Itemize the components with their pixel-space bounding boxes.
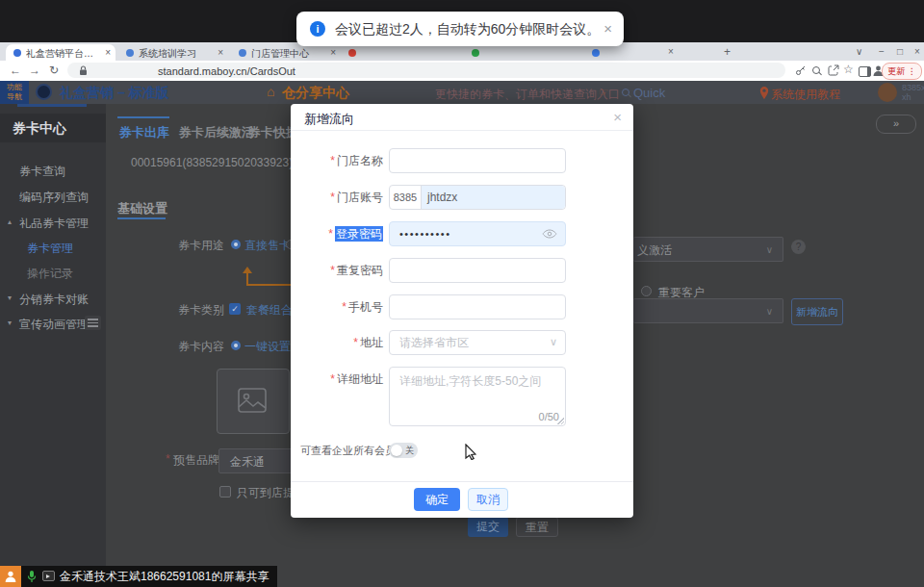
flow-select[interactable]: ∨ xyxy=(633,298,783,323)
sidebar-item-label: 宣传动画管理 xyxy=(19,318,89,331)
tab-card-outbound[interactable]: 券卡出库 xyxy=(119,124,169,141)
radio-one-click-setup-label[interactable]: 一键设置 xyxy=(244,339,291,355)
help-icon[interactable]: ? xyxy=(791,240,806,254)
update-label: 更新 xyxy=(887,66,905,76)
sidebar-item-card-mgmt[interactable]: 券卡管理 xyxy=(27,241,73,257)
tab-card-followup-activate[interactable]: 券卡后续激活 xyxy=(179,124,254,141)
repeat-password-input[interactable] xyxy=(389,258,566,283)
tab-close-icon[interactable]: × xyxy=(668,46,674,57)
key-icon[interactable] xyxy=(795,64,807,76)
resize-grip-icon[interactable] xyxy=(557,418,564,424)
window-close-icon[interactable]: × xyxy=(914,46,920,57)
bookmark-star-icon[interactable]: ☆ xyxy=(843,63,854,76)
app-brand-title: 礼盒营销 – 标准版 xyxy=(60,85,169,102)
char-counter: 0/50 xyxy=(539,411,559,422)
store-account-input[interactable]: 8385 jhtdzx xyxy=(389,185,566,210)
lock-icon xyxy=(79,65,88,76)
radio-one-click-setup[interactable] xyxy=(231,341,241,350)
nav-toggle-button[interactable]: 功能 导航 xyxy=(0,81,29,104)
switch-state-label: 关 xyxy=(405,445,414,456)
sidebar-item-code-sequence-query[interactable]: 编码序列查询 xyxy=(19,190,89,206)
address-textarea[interactable]: 详细地址,字符长度5-50之间 0/50 xyxy=(389,367,566,426)
share-center-link[interactable]: 仓分享中心 xyxy=(282,85,349,102)
active-tab-indicator xyxy=(117,116,169,118)
tab-close-icon[interactable]: × xyxy=(105,47,111,58)
tab-favicon[interactable] xyxy=(348,49,356,57)
chrome-update-button[interactable]: 更新 ⋮ xyxy=(882,63,922,80)
password-label: *登录密码 xyxy=(300,221,383,246)
sidebar-item-gift-card-mgmt[interactable]: ▴ 礼品券卡管理 xyxy=(19,216,89,232)
mic-icon xyxy=(27,570,37,583)
toast-close-icon[interactable]: × xyxy=(603,20,612,37)
quick-search-icon[interactable] xyxy=(622,89,629,96)
store-account-label: *门店账号 xyxy=(300,185,383,210)
new-tab-button[interactable]: + xyxy=(724,45,731,59)
tab-title: 礼盒营销平台管理中心 xyxy=(26,47,101,61)
zoom-icon[interactable] xyxy=(812,66,820,74)
region-placeholder: 请选择省市区 xyxy=(390,331,565,354)
address-bar[interactable]: standard.maboy.cn/CardsOut xyxy=(67,63,785,78)
submit-button[interactable]: 提交 xyxy=(468,517,508,537)
repeat-password-label: *重复密码 xyxy=(300,258,383,283)
checkbox-combo-card[interactable]: ✓ xyxy=(229,303,241,315)
tab-favicon[interactable] xyxy=(472,49,479,57)
sidebar-item-distribution-reconcile[interactable]: ▾ 分销券卡对账 xyxy=(19,292,89,308)
switch-knob xyxy=(391,445,402,456)
confirm-button[interactable]: 确定 xyxy=(414,488,460,511)
add-flow-button[interactable]: 新增流向 xyxy=(791,298,843,325)
region-select[interactable]: 请选择省市区 ∨ xyxy=(389,330,566,355)
modal-close-icon[interactable]: × xyxy=(613,109,622,125)
flow-arrow-line xyxy=(246,284,291,286)
collapse-panel-button[interactable]: » xyxy=(876,115,916,134)
tutorial-link[interactable]: 系统使用教程 xyxy=(771,87,840,103)
eye-icon[interactable] xyxy=(542,229,557,239)
browser-tab-active[interactable]: 礼盒营销平台管理中心 × xyxy=(6,44,116,61)
required-mark: * xyxy=(353,336,358,349)
reset-button[interactable]: 重置 xyxy=(516,517,558,537)
section-tab-basic-settings[interactable]: 基础设置 xyxy=(117,200,167,217)
phone-label: *手机号 xyxy=(300,294,383,319)
store-name-input[interactable] xyxy=(389,148,566,173)
phone-input[interactable] xyxy=(389,294,566,319)
cancel-button[interactable]: 取消 xyxy=(468,488,508,511)
mouse-cursor xyxy=(465,444,476,460)
checkbox-store-pickup-only[interactable] xyxy=(219,486,231,498)
tab-close-icon[interactable]: × xyxy=(330,47,336,58)
browser-toolbar: ← → ↻ standard.maboy.cn/CardsOut ☆ 更新 ⋮ xyxy=(0,61,924,82)
quick-search-label[interactable]: Quick xyxy=(633,86,665,100)
app-header: 功能 导航 礼盒营销 – 标准版 ⌂ 仓分享中心 更快捷的券卡、订单和快递查询入… xyxy=(0,81,924,104)
activation-mode-select[interactable]: 义激活 ∨ xyxy=(633,237,783,262)
reload-icon[interactable]: ↻ xyxy=(49,64,59,77)
card-content-label: 券卡内容 xyxy=(178,339,224,355)
tab-close-icon[interactable]: × xyxy=(218,47,223,58)
sidebar-item-card-query[interactable]: 券卡查询 xyxy=(19,164,65,180)
member-toggle-switch[interactable]: 关 xyxy=(389,443,418,458)
image-upload-placeholder[interactable] xyxy=(217,369,290,434)
user-avatar[interactable] xyxy=(878,83,897,102)
browser-tab[interactable]: 系统培训学习 × xyxy=(118,44,228,61)
side-panel-icon[interactable] xyxy=(859,66,871,77)
promo-text: 更快捷的券卡、订单和快递查询入口 xyxy=(435,87,620,103)
sidebar-item-operation-log[interactable]: 操作记录 xyxy=(27,266,73,282)
expand-arrow-icon: ▴ xyxy=(8,217,12,226)
sidebar-collapse-icon[interactable] xyxy=(85,316,101,330)
forward-icon[interactable]: → xyxy=(29,64,40,77)
radio-direct-sale[interactable] xyxy=(231,240,241,249)
tab-favicon[interactable] xyxy=(592,49,600,57)
browser-tab[interactable]: 门店管理中心 × xyxy=(231,44,341,61)
user-name-line: xh xyxy=(902,92,924,102)
card-usage-label: 券卡用途 xyxy=(178,238,224,254)
radio-vip-customer[interactable] xyxy=(641,286,652,296)
share-icon[interactable] xyxy=(828,64,839,76)
back-icon[interactable]: ← xyxy=(10,64,21,77)
sidebar-item-promo-animation[interactable]: ▾ 宣传动画管理 xyxy=(19,317,89,333)
window-menu-icon[interactable]: ∨ xyxy=(856,46,862,57)
tab-title: 门店管理中心 xyxy=(251,47,326,61)
label-text: 手机号 xyxy=(348,300,383,314)
password-input[interactable]: •••••••••• xyxy=(389,221,566,246)
window-maximize-icon[interactable]: □ xyxy=(897,46,903,57)
window-minimize-icon[interactable]: − xyxy=(879,46,885,57)
info-icon: i xyxy=(310,21,325,37)
user-name-line: 8385xh xyxy=(902,83,924,92)
radio-direct-sale-label[interactable]: 直接售卡 xyxy=(244,238,291,254)
